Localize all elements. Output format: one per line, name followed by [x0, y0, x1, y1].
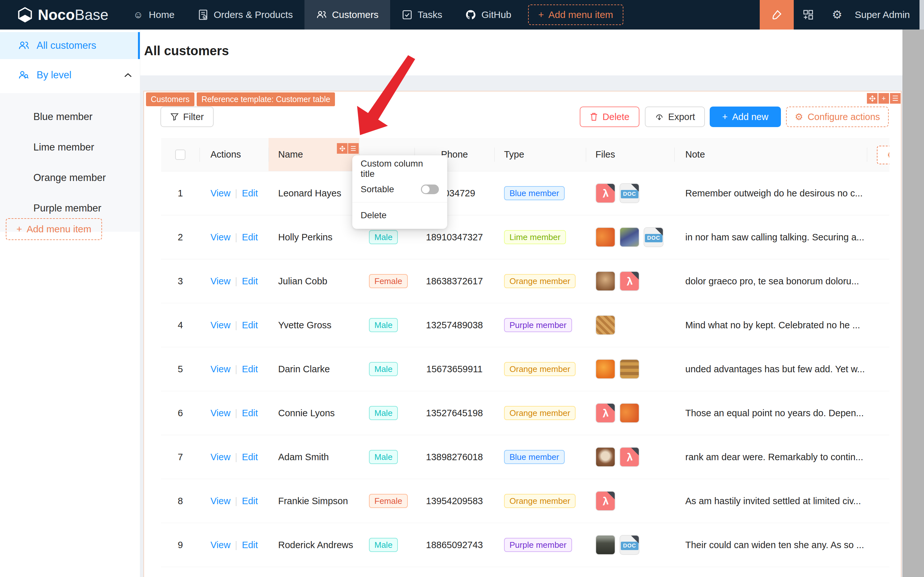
configure-columns-button[interactable]: ⚙ [877, 146, 889, 164]
header-files[interactable]: Files [586, 138, 674, 171]
settings-gear-button[interactable]: ⚙ [823, 0, 852, 29]
view-link[interactable]: View [211, 364, 230, 374]
chevron-up-icon[interactable] [124, 73, 132, 78]
invoice-icon [198, 9, 209, 20]
doc-file-icon[interactable]: DOC [620, 535, 639, 555]
row-files-cell [586, 303, 674, 347]
image-thumbnail[interactable] [620, 227, 639, 247]
doc-label: DOC [645, 234, 663, 242]
doc-file-icon[interactable]: DOC [620, 183, 639, 203]
image-thumbnail[interactable] [596, 359, 615, 379]
link-separator: | [235, 408, 237, 419]
row-gender-cell: Female [359, 259, 415, 303]
nav-add-menu-item-button[interactable]: + Add menu item [528, 5, 623, 25]
row-index-cell: 8 [161, 479, 200, 523]
image-thumbnail[interactable] [620, 403, 639, 423]
column-menu-icon[interactable]: ☰ [348, 143, 359, 154]
sidebar-item-all-customers[interactable]: All customers [0, 32, 140, 59]
sortable-toggle[interactable] [421, 185, 439, 194]
sidebar-item-by-level[interactable]: By level [0, 61, 140, 89]
view-link[interactable]: View [211, 276, 230, 287]
export-button[interactable]: Export [645, 106, 705, 127]
nav-item-orders-products[interactable]: Orders & Products [186, 0, 304, 29]
pdf-file-icon[interactable]: λ [620, 271, 639, 291]
user-menu[interactable]: Super Admin [852, 9, 924, 20]
block-menu-icon[interactable]: ☰ [890, 93, 901, 104]
delete-button[interactable]: Delete [580, 106, 639, 127]
row-name-cell: Frankie Simpson [269, 479, 359, 523]
pdf-file-icon[interactable]: λ [596, 491, 615, 511]
drag-move-icon[interactable] [337, 143, 348, 154]
nav-item-label: Orders & Products [214, 9, 293, 20]
edit-link[interactable]: Edit [242, 276, 258, 287]
team-icon [316, 9, 327, 20]
add-new-button[interactable]: + Add new [710, 106, 781, 127]
edit-link[interactable]: Edit [242, 188, 258, 199]
row-note-cell: Those an equal point no years do. Depen.… [674, 391, 867, 435]
configure-actions-button[interactable]: ⚙ Configure actions [786, 106, 889, 127]
nav-item-tasks[interactable]: Tasks [390, 0, 454, 29]
filter-button[interactable]: Filter [160, 106, 214, 127]
edit-link[interactable]: Edit [242, 232, 258, 243]
sidebar-subitem-lime-member[interactable]: Lime member [0, 132, 140, 163]
drag-move-icon[interactable] [867, 93, 877, 104]
add-block-icon[interactable]: + [879, 93, 889, 104]
edit-link[interactable]: Edit [242, 540, 258, 550]
row-gender-cell: Female [359, 479, 415, 523]
view-link[interactable]: View [211, 452, 230, 463]
nav-item-customers[interactable]: Customers [304, 0, 390, 29]
edit-link[interactable]: Edit [242, 408, 258, 419]
row-name-cell: Yvette Gross [269, 303, 359, 347]
row-spacer-cell [867, 303, 889, 347]
image-thumbnail[interactable] [596, 447, 615, 467]
image-thumbnail[interactable] [620, 359, 639, 379]
column-designer-toolbar: ☰ [337, 143, 359, 154]
nav-item-github[interactable]: GitHub [454, 0, 523, 29]
nocobase-logo[interactable]: NocoBase [0, 6, 121, 23]
view-link[interactable]: View [211, 232, 230, 243]
header-type[interactable]: Type [494, 138, 586, 171]
image-thumbnail[interactable] [596, 535, 615, 555]
pdf-file-icon[interactable]: λ [596, 183, 615, 203]
doc-file-icon[interactable]: DOC [644, 227, 663, 247]
image-thumbnail[interactable] [596, 227, 615, 247]
pdf-file-icon[interactable]: λ [596, 403, 615, 423]
plus-icon: + [722, 112, 728, 122]
sidebar-add-menu-item-button[interactable]: + Add menu item [6, 218, 102, 240]
edit-link[interactable]: Edit [242, 364, 258, 374]
page-header: All customers [140, 29, 924, 76]
menu-item-delete[interactable]: Delete [352, 205, 447, 226]
edit-link[interactable]: Edit [242, 452, 258, 463]
edit-link[interactable]: Edit [242, 320, 258, 330]
row-name-cell: Roderick Andrews [269, 523, 359, 567]
pdf-file-icon[interactable]: λ [620, 447, 639, 467]
member-type-badge: Blue member [504, 450, 565, 464]
header-note[interactable]: Note [674, 138, 867, 171]
select-all-checkbox[interactable] [175, 150, 185, 160]
acrobat-glyph: λ [620, 271, 639, 291]
view-link[interactable]: View [211, 540, 230, 550]
gender-badge: Male [369, 450, 398, 464]
nav-item-home[interactable]: ☺ Home [121, 0, 186, 29]
header-name[interactable]: Name ☰ [269, 138, 359, 171]
sidebar-subitem-blue-member[interactable]: Blue member [0, 102, 140, 132]
nav-item-label: Home [149, 9, 174, 20]
ui-editor-button[interactable] [760, 0, 794, 29]
view-link[interactable]: View [211, 496, 230, 506]
view-link[interactable]: View [211, 408, 230, 419]
doc-label: DOC [621, 190, 639, 198]
sidebar-subitem-orange-member[interactable]: Orange member [0, 163, 140, 193]
view-link[interactable]: View [211, 188, 230, 199]
plugin-blocks-button[interactable] [794, 0, 823, 29]
image-thumbnail[interactable] [596, 271, 615, 291]
image-thumbnail[interactable] [596, 315, 615, 335]
row-phone-cell: 15673659911 [415, 347, 494, 391]
menu-item-custom-column-title[interactable]: Custom column title [352, 158, 447, 179]
link-separator: | [235, 276, 237, 287]
menu-item-sortable[interactable]: Sortable [352, 179, 447, 200]
vertical-scrollbar[interactable] [903, 29, 924, 577]
team-search-icon [18, 70, 29, 80]
view-link[interactable]: View [211, 320, 230, 330]
edit-link[interactable]: Edit [242, 496, 258, 506]
header-actions[interactable]: Actions [200, 138, 269, 171]
